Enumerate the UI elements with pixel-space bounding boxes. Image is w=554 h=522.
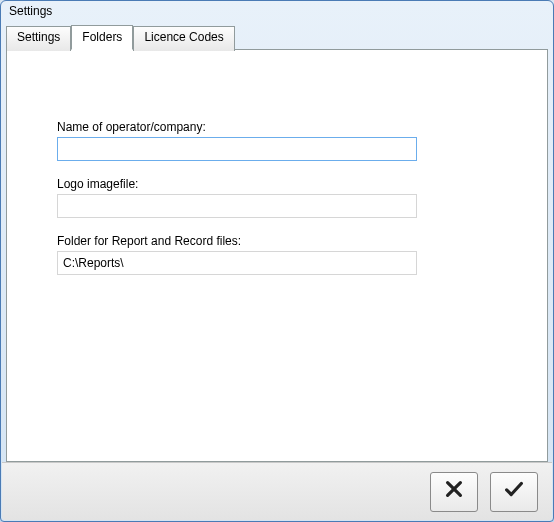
ok-button[interactable]	[490, 472, 538, 512]
logo-label: Logo imagefile:	[57, 177, 497, 191]
field-group-report-folder: Folder for Report and Record files:	[57, 234, 497, 275]
cross-icon	[443, 478, 465, 506]
tab-strip: Settings Folders Licence Codes	[6, 25, 548, 50]
operator-label: Name of operator/company:	[57, 120, 497, 134]
window-title: Settings	[9, 4, 52, 18]
field-group-logo: Logo imagefile:	[57, 177, 497, 218]
tab-folders[interactable]: Folders	[71, 25, 133, 50]
cancel-button[interactable]	[430, 472, 478, 512]
report-folder-input[interactable]	[57, 251, 417, 275]
report-folder-label: Folder for Report and Record files:	[57, 234, 497, 248]
tab-label: Folders	[82, 30, 122, 44]
window-titlebar: Settings	[1, 1, 553, 23]
tab-label: Settings	[17, 30, 60, 44]
logo-input[interactable]	[57, 194, 417, 218]
button-bar	[2, 462, 552, 520]
tab-licence-codes[interactable]: Licence Codes	[133, 26, 234, 51]
operator-input[interactable]	[57, 137, 417, 161]
check-icon	[503, 478, 525, 506]
tab-content-folders: Name of operator/company: Logo imagefile…	[6, 49, 548, 462]
tab-label: Licence Codes	[144, 30, 223, 44]
tab-area: Settings Folders Licence Codes Name of o…	[6, 25, 548, 462]
field-group-operator: Name of operator/company:	[57, 120, 497, 161]
tab-settings[interactable]: Settings	[6, 26, 71, 51]
settings-window: Settings Settings Folders Licence Codes …	[0, 0, 554, 522]
